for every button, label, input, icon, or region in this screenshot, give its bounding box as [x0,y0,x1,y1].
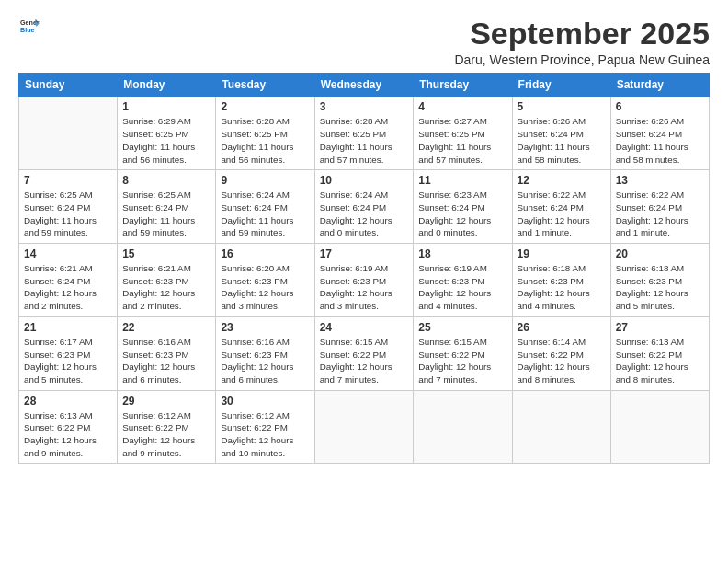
day-number: 11 [418,174,506,187]
table-row: 26Sunrise: 6:14 AMSunset: 6:22 PMDayligh… [512,316,610,390]
calendar-week-row: 21Sunrise: 6:17 AMSunset: 6:23 PMDayligh… [19,316,710,390]
title-area: September 2025 Daru, Western Province, P… [454,17,710,67]
day-info: Sunrise: 6:26 AMSunset: 6:24 PMDaylight:… [518,115,606,166]
day-info: Sunrise: 6:12 AMSunset: 6:22 PMDaylight:… [122,409,210,460]
day-info: Sunrise: 6:18 AMSunset: 6:23 PMDaylight:… [518,262,606,313]
day-number: 10 [320,174,409,187]
day-number: 22 [122,321,210,334]
day-info: Sunrise: 6:28 AMSunset: 6:25 PMDaylight:… [320,115,409,166]
day-number: 23 [221,321,309,334]
day-number: 21 [24,321,112,334]
day-info: Sunrise: 6:12 AMSunset: 6:22 PMDaylight:… [221,409,309,460]
table-row: 27Sunrise: 6:13 AMSunset: 6:22 PMDayligh… [610,316,709,390]
day-info: Sunrise: 6:19 AMSunset: 6:23 PMDaylight:… [418,262,506,313]
calendar-header-row: Sunday Monday Tuesday Wednesday Thursday… [19,74,710,97]
table-row: 12Sunrise: 6:22 AMSunset: 6:24 PMDayligh… [512,170,610,244]
day-info: Sunrise: 6:29 AMSunset: 6:25 PMDaylight:… [122,115,210,166]
day-number: 24 [320,321,409,334]
day-info: Sunrise: 6:14 AMSunset: 6:22 PMDaylight:… [518,336,606,386]
table-row: 1Sunrise: 6:29 AMSunset: 6:25 PMDaylight… [118,97,216,170]
day-number: 20 [616,247,704,260]
day-info: Sunrise: 6:17 AMSunset: 6:23 PMDaylight:… [24,336,112,386]
day-number: 6 [616,100,704,113]
month-title: September 2025 [454,17,710,51]
day-info: Sunrise: 6:27 AMSunset: 6:25 PMDaylight:… [418,115,506,166]
day-number: 2 [221,100,309,113]
table-row [512,390,610,464]
table-row: 24Sunrise: 6:15 AMSunset: 6:22 PMDayligh… [314,316,414,390]
table-row: 4Sunrise: 6:27 AMSunset: 6:25 PMDaylight… [414,97,512,170]
day-number: 25 [418,321,506,334]
table-row: 18Sunrise: 6:19 AMSunset: 6:23 PMDayligh… [414,244,512,317]
table-row: 21Sunrise: 6:17 AMSunset: 6:23 PMDayligh… [19,316,118,390]
day-info: Sunrise: 6:20 AMSunset: 6:23 PMDaylight:… [221,262,309,313]
day-number: 28 [24,395,112,408]
day-info: Sunrise: 6:19 AMSunset: 6:23 PMDaylight:… [320,262,409,313]
day-number: 18 [418,247,506,260]
day-number: 5 [518,100,606,113]
table-row: 16Sunrise: 6:20 AMSunset: 6:23 PMDayligh… [216,244,314,317]
day-info: Sunrise: 6:25 AMSunset: 6:24 PMDaylight:… [122,189,210,239]
day-number: 13 [616,174,704,187]
day-info: Sunrise: 6:21 AMSunset: 6:23 PMDaylight:… [122,262,210,313]
day-number: 26 [518,321,606,334]
table-row: 3Sunrise: 6:28 AMSunset: 6:25 PMDaylight… [314,97,414,170]
calendar-table: Sunday Monday Tuesday Wednesday Thursday… [18,73,710,464]
header: General Blue September 2025 Daru, Wester… [18,17,710,67]
table-row: 22Sunrise: 6:16 AMSunset: 6:23 PMDayligh… [118,316,216,390]
day-number: 16 [221,247,309,260]
table-row: 29Sunrise: 6:12 AMSunset: 6:22 PMDayligh… [118,390,216,464]
day-info: Sunrise: 6:22 AMSunset: 6:24 PMDaylight:… [616,189,704,239]
col-wednesday: Wednesday [314,74,414,97]
table-row: 17Sunrise: 6:19 AMSunset: 6:23 PMDayligh… [314,244,414,317]
day-info: Sunrise: 6:15 AMSunset: 6:22 PMDaylight:… [418,336,506,386]
table-row: 28Sunrise: 6:13 AMSunset: 6:22 PMDayligh… [19,390,118,464]
calendar-week-row: 7Sunrise: 6:25 AMSunset: 6:24 PMDaylight… [19,170,710,244]
table-row: 23Sunrise: 6:16 AMSunset: 6:23 PMDayligh… [216,316,314,390]
table-row: 10Sunrise: 6:24 AMSunset: 6:24 PMDayligh… [314,170,414,244]
day-info: Sunrise: 6:15 AMSunset: 6:22 PMDaylight:… [320,336,409,386]
day-number: 4 [418,100,506,113]
day-info: Sunrise: 6:13 AMSunset: 6:22 PMDaylight:… [616,336,704,386]
day-number: 9 [221,174,309,187]
day-number: 30 [221,395,309,408]
day-number: 27 [616,321,704,334]
col-sunday: Sunday [19,74,118,97]
day-info: Sunrise: 6:13 AMSunset: 6:22 PMDaylight:… [24,409,112,460]
table-row [414,390,512,464]
day-number: 7 [24,174,112,187]
table-row [314,390,414,464]
logo-icon: General Blue [20,17,40,37]
day-number: 12 [518,174,606,187]
day-info: Sunrise: 6:25 AMSunset: 6:24 PMDaylight:… [24,189,112,239]
col-saturday: Saturday [610,74,709,97]
day-number: 14 [24,247,112,260]
day-number: 1 [122,100,210,113]
day-info: Sunrise: 6:22 AMSunset: 6:24 PMDaylight:… [518,189,606,239]
day-number: 15 [122,247,210,260]
table-row: 8Sunrise: 6:25 AMSunset: 6:24 PMDaylight… [118,170,216,244]
day-info: Sunrise: 6:18 AMSunset: 6:23 PMDaylight:… [616,262,704,313]
col-monday: Monday [118,74,216,97]
day-info: Sunrise: 6:24 AMSunset: 6:24 PMDaylight:… [320,189,409,239]
table-row: 25Sunrise: 6:15 AMSunset: 6:22 PMDayligh… [414,316,512,390]
calendar-week-row: 14Sunrise: 6:21 AMSunset: 6:24 PMDayligh… [19,244,710,317]
table-row: 13Sunrise: 6:22 AMSunset: 6:24 PMDayligh… [610,170,709,244]
subtitle: Daru, Western Province, Papua New Guinea [454,52,710,67]
table-row [19,97,118,170]
day-info: Sunrise: 6:28 AMSunset: 6:25 PMDaylight:… [221,115,309,166]
day-info: Sunrise: 6:16 AMSunset: 6:23 PMDaylight:… [221,336,309,386]
table-row: 2Sunrise: 6:28 AMSunset: 6:25 PMDaylight… [216,97,314,170]
day-number: 29 [122,395,210,408]
table-row [610,390,709,464]
day-number: 8 [122,174,210,187]
svg-text:Blue: Blue [20,27,35,34]
calendar-week-row: 28Sunrise: 6:13 AMSunset: 6:22 PMDayligh… [19,390,710,464]
table-row: 11Sunrise: 6:23 AMSunset: 6:24 PMDayligh… [414,170,512,244]
table-row: 19Sunrise: 6:18 AMSunset: 6:23 PMDayligh… [512,244,610,317]
table-row: 7Sunrise: 6:25 AMSunset: 6:24 PMDaylight… [19,170,118,244]
table-row: 9Sunrise: 6:24 AMSunset: 6:24 PMDaylight… [216,170,314,244]
calendar-week-row: 1Sunrise: 6:29 AMSunset: 6:25 PMDaylight… [19,97,710,170]
day-number: 3 [320,100,409,113]
day-info: Sunrise: 6:26 AMSunset: 6:24 PMDaylight:… [616,115,704,166]
